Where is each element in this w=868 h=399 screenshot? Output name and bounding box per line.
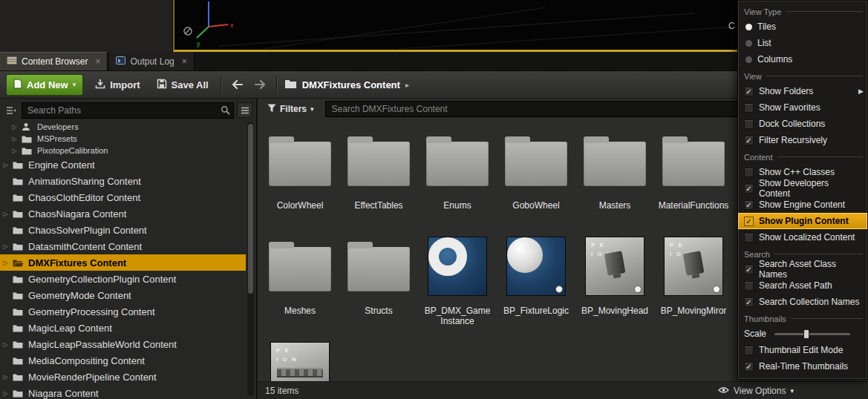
asset-gobowheel[interactable]: GoboWheel	[498, 127, 574, 232]
asset-materialfunctions[interactable]: MaterialFunctions	[656, 127, 731, 232]
tree-item-animationsharing-content[interactable]: AnimationSharing Content	[0, 173, 246, 189]
menu-item-filter-recursively[interactable]: ✓Filter Recursively	[738, 132, 867, 148]
tree-item-geometryprocessing-content[interactable]: GeometryProcessing Content	[0, 303, 246, 320]
status-dot	[555, 286, 563, 293]
list-view-icon[interactable]	[237, 102, 252, 118]
close-icon[interactable]: ×	[182, 56, 187, 67]
tree-scrollbar[interactable]	[247, 122, 254, 396]
asset-bp-movingmiror[interactable]: P EI O NBP_MovingMiror	[656, 232, 731, 337]
tree-item-label: ChaosNiagara Content	[28, 208, 126, 220]
tab-output-log[interactable]: Output Log ×	[109, 52, 194, 70]
sources-toggle-icon[interactable]	[3, 102, 19, 118]
breadcrumb[interactable]: DMXFixtures Content ▸	[284, 79, 409, 90]
menu-item-show-plugin-content[interactable]: ✓Show Plugin Content	[738, 213, 867, 229]
asset-label: Meshes	[284, 306, 316, 317]
forward-button[interactable]	[252, 78, 269, 91]
paths-search-input[interactable]	[22, 102, 234, 119]
view-options-button[interactable]: View Options ▾	[714, 385, 798, 397]
folder-icon	[13, 177, 25, 185]
menu-item-show-engine-content[interactable]: ✓Show Engine Content	[738, 197, 867, 213]
asset-meshes[interactable]: Meshes	[262, 232, 338, 337]
expander-icon[interactable]: ▷	[11, 124, 18, 131]
tree-item-datasmithcontent-content[interactable]: ▷DatasmithContent Content	[0, 238, 246, 254]
save-all-button[interactable]: Save All	[152, 76, 213, 94]
fixture-shape	[604, 251, 626, 276]
folder-icon	[13, 389, 25, 398]
asset-tile-partial[interactable]: P EI O N	[262, 337, 338, 381]
filters-button[interactable]: Filters ▾	[263, 103, 319, 116]
add-new-button[interactable]: Add New ▾	[6, 74, 83, 96]
menu-item-show-developers-content[interactable]: ✓Show Developers Content	[738, 180, 867, 197]
menu-item-show-localized-content[interactable]: Show Localized Content	[738, 229, 867, 245]
tree-item-magicleappassableworld-content[interactable]: ▷MagicLeapPassableWorld Content	[0, 336, 246, 352]
menu-item-tiles[interactable]: Tiles	[738, 19, 867, 35]
slider-thumb[interactable]	[803, 329, 809, 339]
asset-grid: ColorWheelEffectTablesEnumsGoboWheelMast…	[258, 119, 739, 381]
toolbar-separator	[221, 76, 221, 93]
asset-bp-movinghead[interactable]: P EI O NBP_MovingHead	[577, 232, 653, 337]
scale-slider[interactable]	[774, 333, 850, 335]
menu-item-columns[interactable]: Columns	[738, 51, 867, 67]
tree-item-mspresets[interactable]: ▷MSPresets	[0, 133, 246, 145]
folder-thumbnail	[584, 142, 646, 186]
expander-icon[interactable]: ▷	[2, 211, 9, 217]
expander-icon[interactable]: ▷	[2, 260, 9, 266]
asset-masters[interactable]: Masters	[577, 127, 653, 232]
import-button[interactable]: Import	[91, 76, 144, 94]
menu-item-show-folders[interactable]: ✓Show Folders▶	[738, 83, 867, 99]
tree-item-dmxfixtures-content[interactable]: ▷DMXFixtures Content	[0, 254, 246, 271]
expander-icon[interactable]: ▷	[2, 374, 9, 380]
menu-item-list[interactable]: List	[738, 35, 867, 51]
expander-icon[interactable]: ▷	[11, 148, 18, 154]
asset-label: BP_MovingHead	[581, 306, 648, 317]
asset-enums[interactable]: Enums	[420, 127, 495, 232]
tree-item-movierenderpipeline-content[interactable]: ▷MovieRenderPipeline Content	[0, 369, 246, 385]
tree-item-developers[interactable]: ▷Developers	[0, 121, 246, 133]
tree-item-geometrycollectionplugin-content[interactable]: GeometryCollectionPlugin Content	[0, 271, 246, 287]
tree-item-engine-content[interactable]: ▷Engine Content	[0, 156, 246, 173]
expander-icon[interactable]: ▷	[2, 162, 9, 168]
sources-panel: ▷Developers▷MSPresets▷PixotopeCalibratio…	[0, 99, 257, 399]
tree-item-mediacompositing-content[interactable]: MediaCompositing Content	[0, 352, 246, 369]
tree-item-chaosniagara-content[interactable]: ▷ChaosNiagara Content	[0, 205, 246, 222]
menu-item-dock-collections[interactable]: Dock Collections	[738, 116, 867, 132]
close-icon[interactable]: ×	[95, 56, 100, 67]
expander-icon[interactable]: ▷	[2, 243, 9, 250]
svg-text:y: y	[197, 40, 200, 47]
asset-bp-fixturelogic[interactable]: BP_FixtureLogic	[498, 232, 574, 337]
checkbox-icon	[744, 119, 754, 129]
menu-item-search-asset-class-names[interactable]: ✓Search Asset Class Names	[738, 261, 867, 277]
tree-item-niagara-content[interactable]: ▷Niagara Content	[0, 385, 246, 399]
tree-item-label: DMXFixtures Content	[28, 257, 126, 268]
sphere-shape	[507, 237, 543, 273]
breadcrumb-chevron-icon[interactable]: ▸	[405, 81, 409, 89]
tree-item-chaosclotheditor-content[interactable]: ChaosClothEditor Content	[0, 189, 246, 205]
expander-icon[interactable]: ▷	[2, 390, 9, 397]
asset-colorwheel[interactable]: ColorWheel	[262, 127, 338, 232]
menu-item-search-asset-path[interactable]: Search Asset Path	[738, 277, 867, 294]
ring-shape	[428, 237, 467, 276]
axis-gizmo-icon: x y	[179, 0, 241, 49]
menu-item-show-favorites[interactable]: Show Favorites	[738, 99, 867, 116]
folder-thumbnail	[426, 142, 489, 186]
menu-item-scale[interactable]: Scale	[738, 326, 867, 342]
menu-item-search-collection-names[interactable]: ✓Search Collection Names	[738, 294, 867, 310]
asset-bp-dmx-game-instance[interactable]: BP_DMX_Game Instance	[420, 232, 495, 337]
expander-icon[interactable]: ▷	[2, 341, 9, 348]
tree-item-pixotopecalibration[interactable]: ▷PixotopeCalibration	[0, 145, 246, 156]
menu-item-real-time-thumbnails[interactable]: ✓Real-Time Thumbnails	[738, 358, 867, 375]
tree-item-geometrymode-content[interactable]: GeometryMode Content	[0, 287, 246, 303]
expander-icon[interactable]: ▷	[11, 136, 18, 142]
scrollbar-thumb[interactable]	[248, 124, 253, 294]
asset-effecttables[interactable]: EffectTables	[341, 127, 417, 232]
status-dot	[713, 286, 720, 293]
folder-thumbnail	[662, 142, 725, 186]
checkbox-icon	[744, 103, 754, 113]
tree-item-chaossolverplugin-content[interactable]: ChaosSolverPlugin Content	[0, 222, 246, 238]
asset-structs[interactable]: Structs	[341, 232, 417, 337]
tree-item-magicleap-content[interactable]: MagicLeap Content	[0, 320, 246, 336]
menu-item-thumbnail-edit-mode[interactable]: Thumbnail Edit Mode	[738, 342, 867, 358]
tab-content-browser[interactable]: Content Browser ×	[0, 52, 108, 70]
status-dot	[634, 286, 642, 293]
back-button[interactable]	[229, 78, 245, 91]
